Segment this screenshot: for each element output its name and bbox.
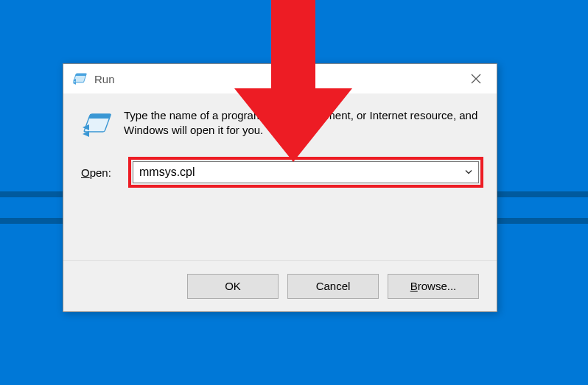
open-input[interactable] [133,161,479,183]
window-title: Run [94,73,115,85]
close-button[interactable] [455,64,497,93]
cancel-button[interactable]: Cancel [287,274,379,299]
run-dialog: Run Type [63,63,497,312]
open-label: Open: [81,166,133,179]
titlebar[interactable]: Run [63,64,497,93]
run-icon [81,108,121,141]
run-titlebar-icon [72,72,87,85]
browse-button[interactable]: Browse... [388,274,479,299]
svg-rect-3 [88,114,111,119]
svg-rect-1 [75,74,86,76]
dialog-description: Type the name of a program, folder, docu… [121,108,479,138]
button-row: OK Cancel Browse... [63,260,497,311]
close-icon [471,74,481,84]
desktop-background: Run Type [0,0,588,385]
ok-button[interactable]: OK [187,274,279,299]
dialog-content: Type the name of a program, folder, docu… [63,93,497,219]
